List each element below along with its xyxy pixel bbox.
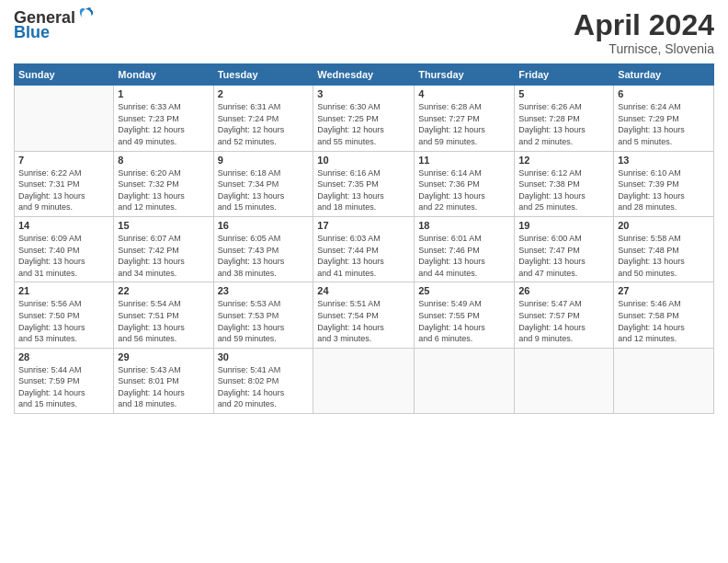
calendar-cell: 2Sunrise: 6:31 AM Sunset: 7:24 PM Daylig… bbox=[213, 86, 313, 151]
day-info: Sunrise: 6:14 AM Sunset: 7:36 PM Dayligh… bbox=[418, 167, 510, 213]
calendar-cell: 21Sunrise: 5:56 AM Sunset: 7:50 PM Dayli… bbox=[15, 282, 114, 348]
calendar-cell: 18Sunrise: 6:01 AM Sunset: 7:46 PM Dayli… bbox=[415, 216, 515, 282]
day-info: Sunrise: 5:53 AM Sunset: 7:53 PM Dayligh… bbox=[218, 298, 310, 344]
day-number: 22 bbox=[118, 285, 209, 296]
day-number: 26 bbox=[518, 285, 609, 296]
day-number: 2 bbox=[218, 88, 310, 99]
calendar-week-row: 28Sunrise: 5:44 AM Sunset: 7:59 PM Dayli… bbox=[15, 348, 714, 413]
day-number: 6 bbox=[618, 88, 710, 99]
day-info: Sunrise: 5:41 AM Sunset: 8:02 PM Dayligh… bbox=[218, 364, 310, 410]
calendar-cell: 15Sunrise: 6:07 AM Sunset: 7:42 PM Dayli… bbox=[114, 216, 213, 282]
day-info: Sunrise: 6:30 AM Sunset: 7:25 PM Dayligh… bbox=[317, 101, 410, 147]
day-number: 15 bbox=[118, 220, 209, 231]
calendar-cell bbox=[313, 348, 415, 413]
calendar-cell: 29Sunrise: 5:43 AM Sunset: 8:01 PM Dayli… bbox=[114, 348, 213, 413]
calendar-cell: 1Sunrise: 6:33 AM Sunset: 7:23 PM Daylig… bbox=[114, 86, 213, 151]
calendar-cell: 12Sunrise: 6:12 AM Sunset: 7:38 PM Dayli… bbox=[515, 151, 614, 216]
day-info: Sunrise: 6:07 AM Sunset: 7:42 PM Dayligh… bbox=[118, 233, 209, 279]
day-info: Sunrise: 5:58 AM Sunset: 7:48 PM Dayligh… bbox=[618, 233, 710, 279]
header: General Blue April 2024 Turnisce, Sloven… bbox=[14, 9, 714, 56]
calendar-cell: 24Sunrise: 5:51 AM Sunset: 7:54 PM Dayli… bbox=[313, 282, 415, 348]
calendar-week-row: 21Sunrise: 5:56 AM Sunset: 7:50 PM Dayli… bbox=[15, 282, 714, 348]
location-subtitle: Turnisce, Slovenia bbox=[574, 41, 714, 56]
calendar-cell: 23Sunrise: 5:53 AM Sunset: 7:53 PM Dayli… bbox=[213, 282, 313, 348]
day-info: Sunrise: 6:22 AM Sunset: 7:31 PM Dayligh… bbox=[18, 167, 109, 213]
calendar-cell: 17Sunrise: 6:03 AM Sunset: 7:44 PM Dayli… bbox=[313, 216, 415, 282]
calendar-cell: 5Sunrise: 6:26 AM Sunset: 7:28 PM Daylig… bbox=[515, 86, 614, 151]
month-title: April 2024 bbox=[574, 9, 714, 41]
day-info: Sunrise: 5:47 AM Sunset: 7:57 PM Dayligh… bbox=[518, 298, 609, 344]
calendar-cell: 20Sunrise: 5:58 AM Sunset: 7:48 PM Dayli… bbox=[614, 216, 714, 282]
calendar-cell: 3Sunrise: 6:30 AM Sunset: 7:25 PM Daylig… bbox=[313, 86, 415, 151]
day-info: Sunrise: 5:54 AM Sunset: 7:51 PM Dayligh… bbox=[118, 298, 209, 344]
calendar-cell: 28Sunrise: 5:44 AM Sunset: 7:59 PM Dayli… bbox=[15, 348, 114, 413]
calendar-cell: 16Sunrise: 6:05 AM Sunset: 7:43 PM Dayli… bbox=[213, 216, 313, 282]
day-info: Sunrise: 5:51 AM Sunset: 7:54 PM Dayligh… bbox=[317, 298, 410, 344]
day-info: Sunrise: 6:01 AM Sunset: 7:46 PM Dayligh… bbox=[418, 233, 510, 279]
day-number: 27 bbox=[618, 285, 710, 296]
day-info: Sunrise: 6:09 AM Sunset: 7:40 PM Dayligh… bbox=[18, 233, 109, 279]
col-tuesday: Tuesday bbox=[213, 64, 313, 86]
day-number: 23 bbox=[218, 285, 310, 296]
day-number: 21 bbox=[18, 285, 109, 296]
day-number: 16 bbox=[218, 220, 310, 231]
day-number: 11 bbox=[418, 155, 510, 166]
day-info: Sunrise: 6:20 AM Sunset: 7:32 PM Dayligh… bbox=[118, 167, 209, 213]
calendar-cell: 30Sunrise: 5:41 AM Sunset: 8:02 PM Dayli… bbox=[213, 348, 313, 413]
day-info: Sunrise: 6:03 AM Sunset: 7:44 PM Dayligh… bbox=[317, 233, 410, 279]
logo: General Blue bbox=[14, 9, 94, 42]
calendar-cell: 8Sunrise: 6:20 AM Sunset: 7:32 PM Daylig… bbox=[114, 151, 213, 216]
calendar-cell: 25Sunrise: 5:49 AM Sunset: 7:55 PM Dayli… bbox=[415, 282, 515, 348]
day-info: Sunrise: 6:12 AM Sunset: 7:38 PM Dayligh… bbox=[518, 167, 609, 213]
day-number: 13 bbox=[618, 155, 710, 166]
day-info: Sunrise: 6:18 AM Sunset: 7:34 PM Dayligh… bbox=[218, 167, 310, 213]
day-info: Sunrise: 6:28 AM Sunset: 7:27 PM Dayligh… bbox=[418, 101, 510, 147]
calendar-cell bbox=[614, 348, 714, 413]
calendar-cell bbox=[515, 348, 614, 413]
day-number: 12 bbox=[518, 155, 609, 166]
calendar-week-row: 7Sunrise: 6:22 AM Sunset: 7:31 PM Daylig… bbox=[15, 151, 714, 216]
calendar-cell: 14Sunrise: 6:09 AM Sunset: 7:40 PM Dayli… bbox=[15, 216, 114, 282]
day-number: 9 bbox=[218, 155, 310, 166]
calendar-cell bbox=[15, 86, 114, 151]
day-info: Sunrise: 6:16 AM Sunset: 7:35 PM Dayligh… bbox=[317, 167, 410, 213]
col-saturday: Saturday bbox=[614, 64, 714, 86]
calendar-cell: 26Sunrise: 5:47 AM Sunset: 7:57 PM Dayli… bbox=[515, 282, 614, 348]
day-info: Sunrise: 5:43 AM Sunset: 8:01 PM Dayligh… bbox=[118, 364, 209, 410]
col-friday: Friday bbox=[515, 64, 614, 86]
day-number: 17 bbox=[317, 220, 410, 231]
calendar-week-row: 1Sunrise: 6:33 AM Sunset: 7:23 PM Daylig… bbox=[15, 86, 714, 151]
day-number: 18 bbox=[418, 220, 510, 231]
day-number: 28 bbox=[18, 351, 109, 362]
day-info: Sunrise: 5:46 AM Sunset: 7:58 PM Dayligh… bbox=[618, 298, 710, 344]
day-info: Sunrise: 6:05 AM Sunset: 7:43 PM Dayligh… bbox=[218, 233, 310, 279]
day-number: 8 bbox=[118, 155, 209, 166]
day-info: Sunrise: 6:24 AM Sunset: 7:29 PM Dayligh… bbox=[618, 101, 710, 147]
day-number: 5 bbox=[518, 88, 609, 99]
calendar-cell: 27Sunrise: 5:46 AM Sunset: 7:58 PM Dayli… bbox=[614, 282, 714, 348]
day-number: 19 bbox=[518, 220, 609, 231]
day-number: 25 bbox=[418, 285, 510, 296]
day-number: 29 bbox=[118, 351, 209, 362]
calendar-cell: 19Sunrise: 6:00 AM Sunset: 7:47 PM Dayli… bbox=[515, 216, 614, 282]
calendar-cell: 7Sunrise: 6:22 AM Sunset: 7:31 PM Daylig… bbox=[15, 151, 114, 216]
logo-bird-icon bbox=[77, 7, 94, 28]
day-number: 20 bbox=[618, 220, 710, 231]
header-row: Sunday Monday Tuesday Wednesday Thursday… bbox=[15, 64, 714, 86]
calendar-cell: 22Sunrise: 5:54 AM Sunset: 7:51 PM Dayli… bbox=[114, 282, 213, 348]
day-number: 7 bbox=[18, 155, 109, 166]
day-info: Sunrise: 6:33 AM Sunset: 7:23 PM Dayligh… bbox=[118, 101, 209, 147]
day-info: Sunrise: 5:49 AM Sunset: 7:55 PM Dayligh… bbox=[418, 298, 510, 344]
logo-blue: Blue bbox=[14, 24, 50, 42]
day-number: 30 bbox=[218, 351, 310, 362]
day-number: 1 bbox=[118, 88, 209, 99]
col-thursday: Thursday bbox=[415, 64, 515, 86]
day-number: 14 bbox=[18, 220, 109, 231]
title-block: April 2024 Turnisce, Slovenia bbox=[574, 9, 714, 56]
day-info: Sunrise: 6:00 AM Sunset: 7:47 PM Dayligh… bbox=[518, 233, 609, 279]
col-sunday: Sunday bbox=[15, 64, 114, 86]
day-info: Sunrise: 6:26 AM Sunset: 7:28 PM Dayligh… bbox=[518, 101, 609, 147]
calendar-cell: 6Sunrise: 6:24 AM Sunset: 7:29 PM Daylig… bbox=[614, 86, 714, 151]
main-container: General Blue April 2024 Turnisce, Sloven… bbox=[0, 0, 728, 563]
calendar-table: Sunday Monday Tuesday Wednesday Thursday… bbox=[14, 63, 714, 414]
